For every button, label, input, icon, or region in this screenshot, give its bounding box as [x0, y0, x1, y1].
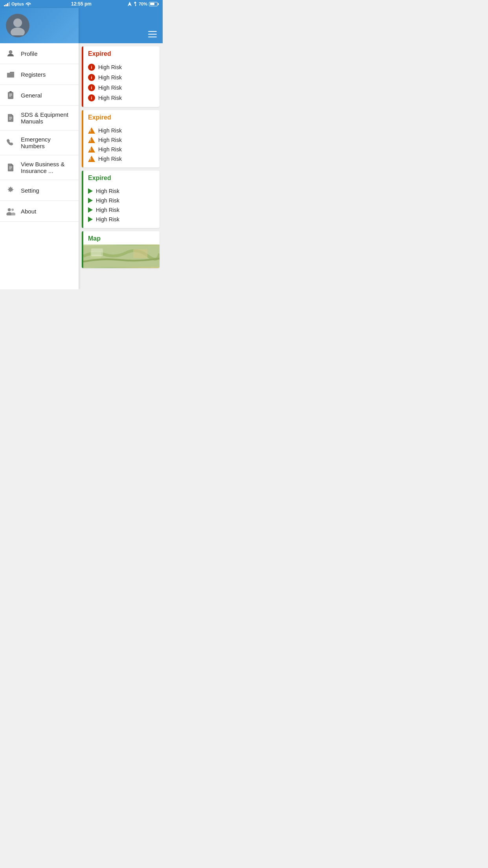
sidebar-item-setting[interactable]: Setting — [0, 180, 79, 201]
risk-label: High Risk — [98, 156, 122, 162]
svg-point-2 — [11, 28, 25, 35]
svg-marker-0 — [128, 2, 132, 6]
list-item[interactable]: High Risk — [88, 186, 155, 196]
expired-label-red: Expired — [88, 50, 111, 57]
play-icon-green — [88, 217, 93, 222]
person-icon — [6, 49, 15, 58]
list-item[interactable]: i High Risk — [88, 83, 155, 93]
general-label: General — [21, 92, 42, 99]
sidebar-item-general[interactable]: General — [0, 85, 79, 106]
registers-label: Registers — [21, 71, 46, 78]
sidebar-header — [0, 8, 79, 43]
expired-label-green: Expired — [88, 175, 111, 181]
expired-card-green: Expired High Risk High Risk High Risk — [82, 171, 160, 228]
clipboard-icon — [6, 90, 15, 100]
signal-icon — [4, 2, 10, 6]
list-item[interactable]: i High Risk — [88, 93, 155, 103]
risk-label: High Risk — [98, 95, 122, 101]
expired-card-red: Expired i High Risk i High Risk i High R… — [82, 46, 160, 107]
svg-rect-6 — [7, 73, 14, 77]
card-body-orange: High Risk High Risk High Risk High Risk — [82, 123, 160, 167]
battery-icon — [149, 2, 159, 6]
risk-label: High Risk — [98, 85, 122, 91]
emergency-label: Emergency Numbers — [21, 136, 73, 149]
list-item[interactable]: High Risk — [88, 135, 155, 145]
map-card: Map — [82, 231, 160, 268]
card-header-orange: Expired — [82, 110, 160, 123]
bluetooth-icon — [133, 2, 137, 6]
warning-icon-orange — [88, 146, 95, 153]
sidebar-item-profile[interactable]: Profile — [0, 43, 79, 64]
map-image — [83, 245, 160, 268]
risk-label: High Risk — [98, 64, 122, 70]
list-item[interactable]: High Risk — [88, 126, 155, 135]
list-item[interactable]: i High Risk — [88, 72, 155, 83]
location-icon — [128, 2, 132, 6]
cards-container: Expired i High Risk i High Risk i High R… — [79, 43, 163, 271]
list-item[interactable]: i High Risk — [88, 62, 155, 72]
risk-label: High Risk — [98, 137, 122, 143]
avatar — [6, 14, 29, 37]
list-item[interactable]: High Risk — [88, 205, 155, 215]
sidebar-item-registers[interactable]: Registers — [0, 64, 79, 85]
profile-label: Profile — [21, 50, 38, 57]
sidebar-item-about[interactable]: About — [0, 201, 79, 222]
info-icon-red: i — [88, 64, 95, 71]
status-right: 70% — [128, 2, 159, 6]
card-body-green: High Risk High Risk High Risk High Risk — [82, 184, 160, 228]
play-icon-green — [88, 188, 93, 194]
svg-rect-8 — [9, 91, 12, 93]
info-icon-red: i — [88, 84, 95, 91]
sds-label: SDS & Equipment Manuals — [21, 111, 73, 125]
svg-rect-7 — [8, 92, 13, 99]
risk-label: High Risk — [98, 146, 122, 153]
card-header-red: Expired — [82, 46, 160, 60]
svg-rect-25 — [90, 251, 101, 258]
app-container: Profile Registers — [0, 8, 163, 289]
map-preview[interactable] — [82, 245, 160, 268]
warning-icon-orange — [88, 156, 95, 162]
sidebar-menu: Profile Registers — [0, 43, 79, 289]
play-icon-green — [88, 198, 93, 203]
svg-point-19 — [8, 208, 11, 211]
person-group-icon — [6, 206, 15, 216]
svg-point-1 — [13, 18, 22, 27]
document2-icon — [6, 163, 15, 172]
phone-icon — [6, 138, 15, 147]
risk-label: High Risk — [98, 127, 122, 134]
map-label: Map — [88, 235, 101, 242]
risk-label: High Risk — [98, 74, 122, 81]
risk-label: High Risk — [96, 188, 119, 194]
sidebar: Profile Registers — [0, 8, 79, 289]
list-item[interactable]: High Risk — [88, 154, 155, 164]
play-icon-green — [88, 207, 93, 213]
gear-icon — [6, 186, 15, 195]
sidebar-item-emergency[interactable]: Emergency Numbers — [0, 131, 79, 155]
svg-point-5 — [9, 51, 12, 53]
setting-label: Setting — [21, 187, 39, 194]
svg-point-22 — [11, 212, 15, 215]
sidebar-item-sds[interactable]: SDS & Equipment Manuals — [0, 106, 79, 131]
risk-label: High Risk — [96, 197, 119, 204]
svg-point-21 — [11, 209, 14, 211]
expired-card-orange: Expired High Risk High Risk High Risk — [82, 110, 160, 167]
info-icon-red: i — [88, 94, 95, 101]
status-left: Optus — [4, 2, 31, 6]
risk-label: High Risk — [96, 216, 119, 223]
wifi-icon — [26, 2, 31, 6]
carrier-label: Optus — [11, 2, 24, 6]
battery-label: 70% — [139, 2, 147, 6]
risk-label: High Risk — [96, 207, 119, 213]
sidebar-item-business[interactable]: View Business & Insurance ... — [0, 155, 79, 180]
list-item[interactable]: High Risk — [88, 215, 155, 224]
list-item[interactable]: High Risk — [88, 196, 155, 205]
expired-label-orange: Expired — [88, 114, 111, 121]
map-header: Map — [82, 231, 160, 245]
hamburger-menu[interactable] — [148, 31, 157, 37]
right-topbar — [79, 8, 163, 43]
status-bar: Optus 12:55 pm 70% — [0, 0, 163, 8]
list-item[interactable]: High Risk — [88, 145, 155, 154]
info-icon-red: i — [88, 74, 95, 81]
about-label: About — [21, 208, 36, 215]
document-icon — [6, 113, 15, 123]
